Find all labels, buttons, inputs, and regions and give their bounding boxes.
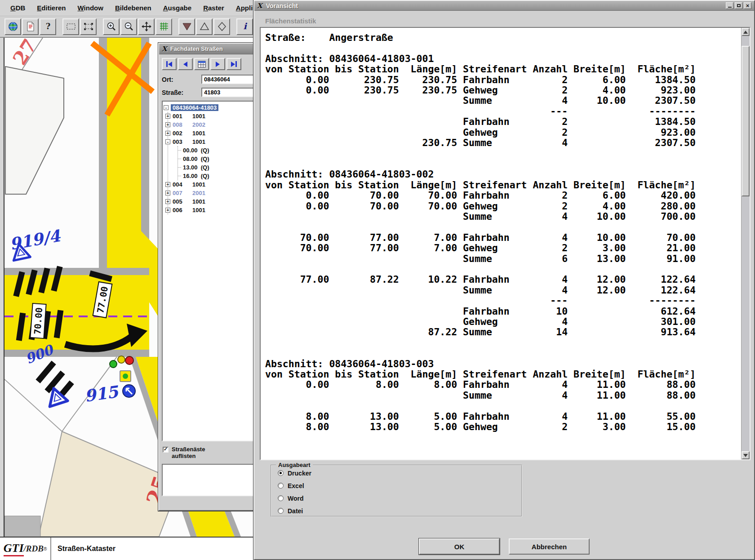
tree-node-003[interactable]: 0031001 <box>165 138 258 146</box>
filled-triangle-icon <box>182 21 192 32</box>
expand-icon[interactable] <box>165 182 170 187</box>
map-label-70-box: 70.00 <box>30 303 46 338</box>
expand-icon[interactable] <box>165 114 170 119</box>
tree-node-station[interactable]: 00.00 (Q) <box>178 146 258 155</box>
nav-next-button[interactable] <box>210 58 225 70</box>
logo-registered: ® <box>44 547 47 551</box>
menu-editieren[interactable]: Editieren <box>31 0 71 15</box>
radio-drucker[interactable]: Drucker <box>278 468 521 478</box>
result-list <box>162 464 262 496</box>
tree-node-root[interactable]: 08436064-41803 <box>164 103 261 112</box>
zoom-in-button[interactable] <box>103 18 120 35</box>
fachdaten-window: X Fachdaten Straßen Ort: Straße: <box>158 43 266 511</box>
nav-first-button[interactable] <box>162 58 177 70</box>
diamond-icon <box>217 21 227 32</box>
scrollbar-track[interactable] <box>742 36 750 451</box>
tree-node-station[interactable]: 08.00 (Q) <box>178 155 258 163</box>
radio-selected-icon <box>278 470 284 476</box>
grid-icon <box>159 21 169 32</box>
x-logo-icon: X <box>257 2 262 10</box>
expand-icon[interactable] <box>165 191 170 196</box>
scroll-down-button[interactable] <box>742 451 750 459</box>
tree-node-007[interactable]: 0072001 <box>165 189 258 197</box>
nav-last-button[interactable] <box>226 58 241 70</box>
tree-node-002[interactable]: 0021001 <box>165 129 258 138</box>
radio-icon <box>278 483 284 489</box>
close-button[interactable] <box>744 2 751 9</box>
expand-icon[interactable] <box>165 199 170 204</box>
window-controls <box>726 2 751 9</box>
strasse-input[interactable] <box>201 88 257 97</box>
record-navigation <box>162 58 262 70</box>
select-region-button[interactable] <box>80 18 97 35</box>
maximize-icon <box>737 4 741 7</box>
tree-node-004[interactable]: 0041001 <box>165 180 258 189</box>
arrow-right-icon <box>231 62 235 67</box>
arrow-right-icon <box>216 62 220 67</box>
triangle-icon <box>199 21 210 32</box>
radio-datei[interactable]: Datei <box>278 506 521 516</box>
svg-text:?: ? <box>45 22 50 31</box>
maximize-button[interactable] <box>735 2 742 9</box>
menu-ausgabe[interactable]: Ausgabe <box>157 0 197 15</box>
strasse-label: Straße: <box>162 89 201 96</box>
tree-node-station[interactable]: 16.00 (Q) <box>178 172 258 180</box>
info-button[interactable]: i <box>236 18 253 35</box>
zoom-out-button[interactable] <box>120 18 137 35</box>
document-icon <box>25 21 36 32</box>
expand-icon[interactable] <box>165 208 170 213</box>
select-rectangle-button[interactable] <box>62 18 79 35</box>
selection-region-icon <box>83 21 94 32</box>
nav-table-button[interactable] <box>194 58 209 70</box>
blue-arrow-sign-icon <box>123 385 135 397</box>
street-tree: 08436064-41803 0011001 0082002 0021001 <box>162 101 262 441</box>
fachdaten-title: Fachdaten Straßen <box>170 45 223 52</box>
ort-label: Ort: <box>162 76 201 83</box>
scroll-up-button[interactable] <box>742 28 750 36</box>
radio-excel[interactable]: Excel <box>278 480 521 491</box>
expand-icon[interactable] <box>165 131 170 136</box>
globe-button[interactable] <box>4 18 21 35</box>
radio-word[interactable]: Word <box>278 493 521 503</box>
minimize-button[interactable] <box>726 2 733 9</box>
arrow-left-icon <box>183 62 187 67</box>
tree-node-station[interactable]: 13.00 (Q) <box>178 163 258 172</box>
expand-icon[interactable] <box>165 122 170 127</box>
ausgabeart-label: Ausgabeart <box>276 462 313 468</box>
ort-input[interactable] <box>201 75 257 84</box>
flaechenstatistik-label: Flächenstatistik <box>265 17 316 25</box>
voransicht-window: X Voransicht Flächenstatistik Straße: An… <box>253 0 755 560</box>
tin-button[interactable] <box>178 18 195 35</box>
gti-rdb-logo: GTI/RDB® <box>0 538 51 560</box>
grid-button[interactable] <box>155 18 172 35</box>
pan-button[interactable] <box>138 18 155 35</box>
report-text: Straße: Angerstraße Abschnitt: 08436064-… <box>261 28 741 459</box>
tree-node-001[interactable]: 0011001 <box>165 112 258 120</box>
scrollbar-thumb[interactable] <box>742 46 750 196</box>
tree-node-006[interactable]: 0061001 <box>165 206 258 214</box>
nav-prev-button[interactable] <box>178 58 193 70</box>
new-document-button[interactable] <box>22 18 39 35</box>
tree-node-005[interactable]: 0051001 <box>165 197 258 206</box>
abbrechen-button[interactable]: Abbrechen <box>509 538 590 555</box>
tree-children: 0011001 0082002 0021001 0031001 00.00 (Q… <box>168 112 261 214</box>
polygon-button[interactable] <box>213 18 230 35</box>
ok-button[interactable]: OK <box>419 538 500 555</box>
traffic-light-green-icon <box>110 360 117 368</box>
menu-raster[interactable]: Raster <box>197 0 230 15</box>
tree-node-008[interactable]: 0082002 <box>165 120 258 129</box>
help-button[interactable]: ? <box>40 18 56 35</box>
traffic-light-yellow-icon <box>118 356 125 363</box>
strassenaeste-checkbox[interactable] <box>163 447 169 453</box>
fachdaten-titlebar[interactable]: X Fachdaten Straßen <box>159 44 265 54</box>
radio-icon <box>278 495 284 501</box>
menu-window[interactable]: Window <box>72 0 109 15</box>
voransicht-titlebar[interactable]: X Voransicht <box>254 1 754 11</box>
menu-bildebenen[interactable]: Bildebenen <box>109 0 157 15</box>
collapse-icon[interactable] <box>164 105 169 110</box>
table-icon <box>198 61 206 68</box>
collapse-icon[interactable] <box>165 139 170 144</box>
menu-gdb[interactable]: GDB <box>4 0 31 15</box>
vertical-scrollbar[interactable] <box>741 28 750 459</box>
triangle-button[interactable] <box>196 18 213 35</box>
